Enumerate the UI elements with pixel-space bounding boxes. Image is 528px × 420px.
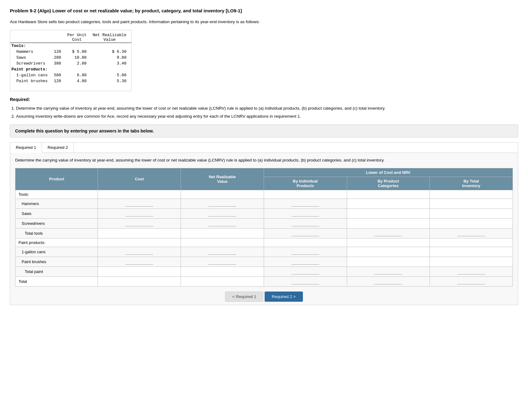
cell-gallon-total xyxy=(430,247,513,257)
cell-gallon-individual[interactable] xyxy=(264,247,347,257)
input-grand-total-total[interactable] xyxy=(457,279,485,284)
input-gallon-nrv[interactable] xyxy=(208,249,236,255)
row-hammers: Hammers 120 $ 5.80 $ 6.30 xyxy=(10,49,131,55)
cell-total-tools-individual[interactable] xyxy=(264,228,347,238)
input-screwdrivers-nrv[interactable] xyxy=(208,220,236,226)
cell-total-tools-category[interactable] xyxy=(347,228,430,238)
cell-screwdrivers-cost[interactable] xyxy=(98,218,181,228)
prev-button[interactable]: < Required 1 xyxy=(225,292,263,302)
section-tools: Tools: xyxy=(10,43,131,49)
label-total-paint: Total paint xyxy=(15,267,98,276)
col-header-cost: Cost xyxy=(98,168,181,190)
next-button[interactable]: Required 2 > xyxy=(265,292,303,302)
cell-hammers-nrv[interactable] xyxy=(181,199,264,208)
cell-grand-total-category[interactable] xyxy=(347,276,430,286)
cell-gallon-nrv[interactable] xyxy=(181,247,264,257)
input-screwdrivers-individual[interactable] xyxy=(291,220,319,226)
answer-row-grand-total: Total xyxy=(15,276,513,286)
cell-grand-total-total[interactable] xyxy=(430,276,513,286)
cell-total-paint-category[interactable] xyxy=(347,267,430,276)
cell-gallon-cost[interactable] xyxy=(98,247,181,257)
input-total-tools-individual[interactable] xyxy=(291,230,319,236)
cell-brushes-category xyxy=(347,257,430,267)
required-label: Required: xyxy=(10,97,518,102)
tabs-container: Required 1 Required 2 Determine the carr… xyxy=(10,142,518,305)
row-saws: Saws 280 10.80 9.80 xyxy=(10,55,131,61)
col-header-by-total: By TotalInventory xyxy=(430,177,513,190)
cell-total-paint-cost xyxy=(98,267,181,276)
input-gallon-cost[interactable] xyxy=(125,249,153,255)
cell-brushes-nrv[interactable] xyxy=(181,257,264,267)
intro-text: Ace Hardware Store sells two product cat… xyxy=(10,19,518,25)
input-saws-nrv[interactable] xyxy=(208,211,236,216)
answer-row-screwdrivers: Screwdrivers xyxy=(15,218,513,228)
cell-saws-individual[interactable] xyxy=(264,208,347,218)
cell-screwdrivers-nrv[interactable] xyxy=(181,218,264,228)
answer-row-hammers: Hammers xyxy=(15,199,513,208)
requirements-list: Determine the carrying value of inventor… xyxy=(16,105,518,120)
input-grand-total-individual[interactable] xyxy=(291,279,319,284)
cell-brushes-cost[interactable] xyxy=(98,257,181,267)
input-total-paint-category[interactable] xyxy=(374,269,402,275)
data-table-container: Per UnitCost Net RealizableValue Tools: … xyxy=(10,30,132,91)
cell-total-paint-individual[interactable] xyxy=(264,267,347,276)
label-hammers: Hammers xyxy=(15,199,98,208)
cell-grand-total-individual[interactable] xyxy=(264,276,347,286)
cell-hammers-individual[interactable] xyxy=(264,199,347,208)
requirement-2: Assuming inventory write-downs are commo… xyxy=(16,113,518,120)
cell-hammers-cost[interactable] xyxy=(98,199,181,208)
input-total-paint-total[interactable] xyxy=(457,269,485,275)
cell-gallon-category xyxy=(347,247,430,257)
cell-brushes-individual[interactable] xyxy=(264,257,347,267)
label-total-tools: Total tools xyxy=(15,228,98,238)
input-brushes-individual[interactable] xyxy=(291,259,319,265)
tabs-bar: Required 1 Required 2 xyxy=(10,143,518,153)
cell-total-paint-nrv xyxy=(181,267,264,276)
col-header-by-individual: By IndividualProducts xyxy=(264,177,347,190)
input-saws-individual[interactable] xyxy=(291,211,319,216)
answer-row-tools-header: Tools: xyxy=(15,190,513,199)
input-saws-cost[interactable] xyxy=(125,211,153,216)
label-tools: Tools: xyxy=(15,190,98,199)
input-total-paint-individual[interactable] xyxy=(291,269,319,275)
tab-content: Determine the carrying value of inventor… xyxy=(10,153,518,304)
cell-total-tools-total[interactable] xyxy=(430,228,513,238)
cell-total-tools-cost xyxy=(98,228,181,238)
input-total-tools-category[interactable] xyxy=(374,230,402,236)
input-total-tools-total[interactable] xyxy=(457,230,485,236)
input-hammers-nrv[interactable] xyxy=(208,201,236,207)
answer-row-saws: Saws xyxy=(15,208,513,218)
section-paint: Paint products: xyxy=(10,66,131,72)
label-screwdrivers: Screwdrivers xyxy=(15,218,98,228)
input-gallon-individual[interactable] xyxy=(291,249,319,255)
label-paint-brushes: Paint brushes xyxy=(15,257,98,267)
input-hammers-individual[interactable] xyxy=(291,201,319,207)
col-group-lcnrv: Lower of Cost and NRV xyxy=(264,168,513,177)
tab-required-1[interactable]: Required 1 xyxy=(10,143,42,153)
label-gallon-cans: 1-gallon cans xyxy=(15,247,98,257)
cell-screwdrivers-individual[interactable] xyxy=(264,218,347,228)
tab-description: Determine the carrying value of inventor… xyxy=(15,157,513,163)
input-grand-total-category[interactable] xyxy=(374,279,402,284)
answer-row-total-tools: Total tools xyxy=(15,228,513,238)
cell-saws-nrv[interactable] xyxy=(181,208,264,218)
cell-saws-cost[interactable] xyxy=(98,208,181,218)
col-header-by-category: By ProductCategories xyxy=(347,177,430,190)
col-header-nrv: Net RealizableValue xyxy=(181,168,264,190)
cell-total-paint-total[interactable] xyxy=(430,267,513,276)
col-header-product: Product xyxy=(15,168,98,190)
requirement-1: Determine the carrying value of inventor… xyxy=(16,105,518,112)
input-brushes-nrv[interactable] xyxy=(208,259,236,265)
answer-row-total-paint: Total paint xyxy=(15,267,513,276)
cell-saws-total xyxy=(430,208,513,218)
input-screwdrivers-cost[interactable] xyxy=(125,220,153,226)
answer-table: Product Cost Net RealizableValue Lower o… xyxy=(15,168,513,287)
cell-saws-category xyxy=(347,208,430,218)
row-screwdrivers: Screwdrivers 380 2.80 3.40 xyxy=(10,61,131,66)
input-brushes-cost[interactable] xyxy=(125,259,153,265)
input-hammers-cost[interactable] xyxy=(125,201,153,207)
tab-required-2[interactable]: Required 2 xyxy=(42,143,74,153)
label-paint-products: Paint products: xyxy=(15,238,98,247)
row-gallon-cans: 1-gallon cans 580 6.80 5.80 xyxy=(10,72,131,78)
problem-title: Problem 9-2 (Algo) Lower of cost or net … xyxy=(10,7,518,14)
